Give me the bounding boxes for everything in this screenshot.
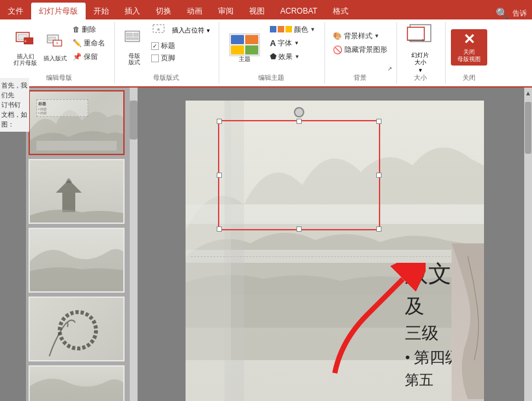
rotate-handle[interactable]: [294, 107, 304, 117]
delete-icon: 🗑: [73, 25, 80, 33]
handle-bc[interactable]: [296, 226, 302, 232]
slide-item-2[interactable]: [29, 159, 127, 224]
slide-size-button[interactable]: 幻灯片大小 ▼: [402, 22, 439, 73]
slide-panel-scrollbar[interactable]: [130, 88, 138, 401]
tab-review[interactable]: 审阅: [210, 3, 241, 19]
background-label: 背景: [354, 73, 367, 82]
rename-icon: ✏️: [73, 39, 82, 47]
handle-tr[interactable]: [376, 119, 381, 124]
effects-icon: ⬟: [270, 52, 276, 61]
slide-canvas: 版文才 及 三级 • 第四级 第五: [186, 101, 484, 401]
right-image-strip: [452, 243, 484, 401]
close-label: 关闭: [463, 73, 476, 82]
tab-format[interactable]: 格式: [325, 3, 356, 19]
edit-theme-label: 编辑主题: [258, 73, 284, 82]
main-area: 首先，我们先 订书钉 文档，如图： 1 标题 • 内容: [0, 88, 532, 401]
close-x-icon: ✕: [463, 32, 475, 47]
tab-animation[interactable]: 动画: [179, 3, 210, 19]
tab-file[interactable]: 文件: [0, 3, 31, 19]
insert-slide-master-icon: +: [15, 29, 36, 52]
svg-rect-10: [134, 33, 138, 36]
svg-rect-16: [245, 35, 258, 44]
ribbon: 文件 幻灯片母版 开始 插入 切换 动画 审阅 视图 ACROBAT 格式 🔍 …: [0, 0, 532, 88]
tab-start[interactable]: 开始: [86, 3, 117, 19]
svg-text:主题: 主题: [239, 56, 250, 62]
search-icon[interactable]: 🔍: [496, 7, 509, 19]
handle-br[interactable]: [376, 226, 381, 232]
bg-style-icon: 🎨: [333, 32, 342, 40]
insert-slide-master-button[interactable]: + 插入幻灯片母版: [10, 27, 40, 69]
slide-canvas-area: 版文才 及 三级 • 第四级 第五: [138, 88, 532, 401]
canvas-scrollbar[interactable]: ▲ ▼: [524, 88, 532, 401]
effects-button[interactable]: ⬟ 效果 ▼: [267, 51, 318, 63]
tab-master[interactable]: 幻灯片母版: [31, 3, 86, 19]
theme-button[interactable]: 主题: [224, 31, 265, 64]
edit-master-label: 编辑母版: [46, 73, 72, 82]
slide-item-5[interactable]: [29, 365, 127, 401]
insert-layout-button[interactable]: + 插入版式: [42, 31, 69, 64]
ribbon-group-size: 幻灯片大小 ▼ 大小: [397, 22, 446, 84]
left-sidebar-text: 首先，我们先 订书钉 文档，如图：: [0, 78, 29, 132]
slide-item-4[interactable]: [29, 297, 127, 361]
svg-rect-21: [407, 27, 424, 40]
svg-rect-15: [231, 35, 244, 44]
fonts-icon: A: [270, 38, 276, 48]
footer-check-box: [151, 55, 159, 62]
svg-text:+: +: [56, 41, 58, 45]
ribbon-group-master-layout: 母版版式 ≡ 插入占位符 ▼ 标题: [115, 22, 219, 84]
tab-insert[interactable]: 插入: [117, 3, 148, 19]
insert-layout-icon: +: [46, 32, 64, 53]
delete-button[interactable]: 🗑 删除: [70, 23, 108, 36]
master-layout-label: 母版版式: [153, 73, 179, 82]
preserve-button[interactable]: 📌 保留: [70, 51, 108, 63]
svg-rect-11: [127, 38, 138, 40]
handle-tl[interactable]: [217, 119, 222, 124]
alert-text: 告诉: [513, 8, 527, 18]
ribbon-group-edit-master: + 插入幻灯片母版 + 插入版式: [5, 22, 115, 84]
close-master-view-button[interactable]: ✕ 关闭母版视图: [451, 29, 487, 66]
svg-rect-18: [245, 45, 258, 55]
svg-point-24: [60, 312, 96, 348]
master-layout-button[interactable]: 母版版式: [120, 28, 149, 68]
ribbon-tabs: 文件 幻灯片母版 开始 插入 切换 动画 审阅 视图 ACROBAT 格式 🔍 …: [0, 0, 532, 19]
red-arrow: [283, 263, 426, 380]
slide-item-3[interactable]: [29, 228, 127, 293]
svg-rect-9: [127, 33, 132, 36]
svg-text:+: +: [24, 39, 27, 43]
svg-text:≡: ≡: [157, 27, 160, 32]
preserve-icon: 📌: [73, 53, 82, 61]
handle-ml[interactable]: [217, 173, 222, 178]
ribbon-group-background: 🎨 背景样式 ▼ 🚫 隐藏背景图形 ↗ 背景: [325, 22, 397, 84]
tab-acrobat[interactable]: ACROBAT: [272, 3, 325, 19]
ribbon-content: + 插入幻灯片母版 + 插入版式: [0, 19, 532, 88]
background-style-button[interactable]: 🎨 背景样式 ▼: [330, 30, 390, 42]
colors-button[interactable]: 颜色 ▼: [267, 23, 318, 36]
scroll-thumb-canvas[interactable]: [525, 102, 531, 154]
tab-cut[interactable]: 切换: [148, 3, 179, 19]
scroll-up-arrow[interactable]: ▲: [523, 88, 532, 99]
rename-button[interactable]: ✏️ 重命名: [70, 37, 108, 49]
fonts-button[interactable]: A 字体 ▼: [267, 37, 318, 49]
hide-bg-graphics-button[interactable]: 🚫 隐藏背景图形: [330, 43, 390, 56]
slide-item-1[interactable]: 1 标题 • 内容 • 内容: [29, 90, 127, 155]
title-check-box: [151, 42, 159, 50]
svg-rect-17: [231, 45, 244, 55]
handle-mr[interactable]: [376, 173, 381, 178]
background-expand-icon[interactable]: ↗: [387, 66, 393, 72]
slide-panel: 1 标题 • 内容 • 内容: [26, 88, 130, 401]
ribbon-group-close: ✕ 关闭母版视图 关闭: [446, 22, 491, 84]
handle-bl[interactable]: [217, 226, 222, 232]
handle-tc[interactable]: [296, 119, 302, 124]
title-checkbox[interactable]: 标题: [151, 41, 212, 51]
hide-bg-icon: 🚫: [333, 45, 343, 55]
insert-placeholder-button[interactable]: ≡ 插入占位符 ▼: [151, 23, 212, 38]
footer-checkbox[interactable]: 页脚: [151, 53, 212, 63]
tab-view[interactable]: 视图: [241, 3, 272, 19]
size-label: 大小: [414, 73, 427, 82]
ribbon-group-edit-theme: 主题 颜色 ▼ A 字体: [219, 22, 325, 84]
selection-box[interactable]: [218, 120, 380, 230]
